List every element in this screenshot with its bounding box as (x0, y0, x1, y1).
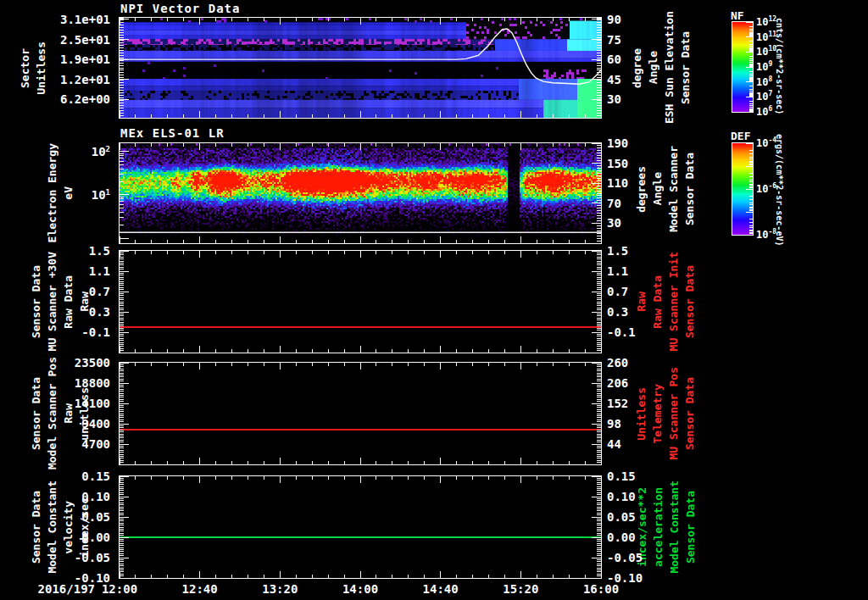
tick-mark (199, 363, 200, 369)
tick-mark (597, 564, 601, 564)
tick-mark (597, 338, 601, 339)
tick-mark (749, 58, 753, 59)
tick-mark (120, 39, 129, 40)
tick-mark (280, 111, 281, 118)
y-tick-label: 260 (607, 356, 628, 369)
tick-mark (167, 363, 168, 366)
y-tick-label: 0.7 (607, 285, 628, 298)
tick-mark (597, 450, 601, 451)
tick-mark (597, 393, 601, 394)
tick-mark (120, 319, 124, 320)
tick-mark (120, 45, 124, 46)
tick-mark (215, 461, 216, 464)
tick-mark (597, 346, 601, 347)
tick-mark (312, 18, 313, 21)
tick-mark (597, 267, 601, 268)
tick-mark (344, 114, 345, 118)
tick-mark (597, 330, 601, 331)
tick-mark (120, 25, 124, 25)
tick-mark (120, 19, 124, 20)
tick-mark (472, 575, 473, 578)
tick-mark (120, 492, 124, 493)
tick-mark (746, 235, 753, 236)
tick-mark (597, 115, 601, 116)
tick-mark (597, 263, 601, 264)
tick-mark (296, 143, 297, 147)
tick-mark (344, 363, 345, 366)
tick-mark (597, 285, 601, 286)
tick-mark (120, 425, 124, 426)
tick-mark (597, 287, 601, 288)
y-tick-label: -0.05 (607, 551, 643, 564)
tick-mark (408, 349, 409, 353)
tick-mark (488, 143, 489, 147)
tick-mark (456, 461, 457, 464)
tick-mark (597, 531, 601, 531)
tick-mark (120, 364, 124, 365)
tick-mark (312, 114, 313, 118)
tick-mark (597, 520, 601, 521)
tick-mark (597, 348, 601, 349)
tick-mark (392, 476, 392, 480)
tick-mark (597, 65, 601, 66)
tick-mark (296, 575, 297, 578)
tick-mark (597, 69, 601, 70)
tick-mark (597, 200, 601, 201)
tick-mark (597, 63, 601, 64)
tick-mark (408, 18, 409, 21)
tick-mark (120, 72, 124, 73)
tick-mark (597, 350, 601, 351)
tick-mark (280, 236, 281, 243)
tick-mark (344, 461, 345, 464)
colorbar-tick-label: 10-4 (756, 136, 776, 149)
tick-mark (592, 292, 601, 292)
tick-mark (504, 575, 505, 578)
tick-mark (135, 575, 136, 578)
tick-mark (248, 349, 248, 353)
tick-mark (120, 488, 124, 489)
tick-mark (280, 143, 281, 150)
tick-mark (120, 490, 124, 491)
tick-mark (120, 19, 129, 19)
tick-mark (231, 476, 232, 480)
tick-mark (597, 277, 601, 278)
tick-mark (120, 85, 124, 86)
tick-mark (597, 42, 601, 43)
tick-mark (120, 264, 124, 265)
tick-mark (215, 363, 216, 366)
tick-mark (120, 105, 124, 106)
tick-mark (597, 519, 601, 519)
tick-mark (749, 41, 753, 42)
tick-mark (120, 334, 124, 335)
y-tick-label: 30 (607, 216, 621, 230)
tick-mark (120, 344, 124, 345)
y-tick-label: 150 (607, 157, 628, 170)
tick-mark (120, 332, 129, 333)
tick-mark (456, 114, 457, 118)
tick-mark (597, 225, 601, 226)
tick-mark (151, 18, 152, 21)
tick-mark (344, 476, 345, 480)
tick-mark (749, 204, 753, 205)
tick-mark (408, 240, 409, 243)
tick-mark (597, 191, 601, 192)
tick-mark (215, 349, 216, 353)
tick-mark (597, 353, 601, 353)
tick-mark (120, 514, 124, 515)
y-tick-label: 1.1 (607, 264, 628, 278)
colorbar-tick-label: 108 (756, 75, 772, 87)
tick-mark (120, 22, 124, 23)
tick-mark (120, 55, 124, 56)
tick-mark (120, 440, 124, 441)
tick-mark (120, 65, 124, 66)
tick-mark (504, 143, 505, 147)
tick-mark (597, 342, 601, 343)
tick-mark (120, 99, 129, 100)
panel3-mu-scanner-raw-plot (119, 250, 602, 353)
tick-mark (280, 476, 281, 483)
tick-mark (151, 251, 152, 254)
tick-mark (597, 314, 601, 314)
tick-mark (120, 385, 124, 386)
tick-mark (120, 578, 129, 579)
tick-mark (592, 99, 601, 100)
